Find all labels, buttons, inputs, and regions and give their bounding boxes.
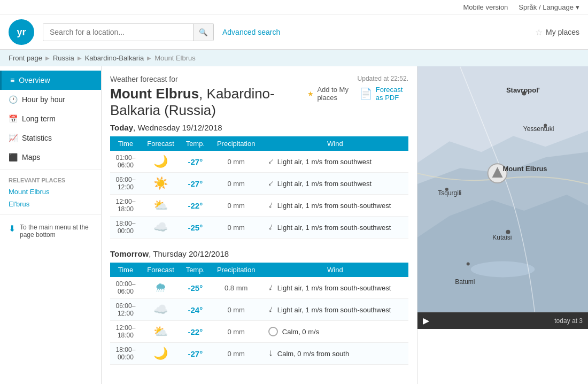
col-time-t: Time [110,263,141,277]
play-icon[interactable]: ▶ [423,316,429,326]
advanced-search-link[interactable]: Advanced search [222,28,280,36]
sidebar-divider [0,169,101,170]
cell-precip: 0 mm [211,299,262,321]
header: yr 🔍 Advanced search ☆ My places [0,15,588,50]
wind-text: Light air, 1 m/s from southwest [277,158,372,166]
search-box: 🔍 [43,23,214,41]
cell-wind: ↑ Light air, 1 m/s from south-southwest [262,195,408,217]
tomorrow-header: Tomorrow, Thursday 20/12/2018 [110,249,408,258]
overview-icon: ≡ [10,76,14,84]
breadcrumb-kabardino[interactable]: Kabardino-Balkaria [85,54,144,62]
updated-time: Updated at 22:52. [307,75,408,82]
col-temp: Temp. [180,136,211,151]
breadcrumb: Front page ▶ Russia ▶ Kabardino-Balkaria… [0,50,588,66]
cell-temp: -22° [180,195,211,217]
map-footer: ▶ today at 3 [417,312,588,329]
cell-wind: Calm, 0 m/s [262,321,408,343]
map-label-stavropol: Stavropol' [506,86,540,94]
breadcrumb-frontpage[interactable]: Front page [9,54,42,62]
cell-temp: -25° [180,217,211,239]
breadcrumb-russia[interactable]: Russia [53,54,74,62]
col-forecast-t: Forecast [141,263,180,277]
breadcrumb-current: Mount Elbrus [154,54,196,62]
col-wind-t: Wind [262,263,408,277]
location-name: Mount Elbrus [110,86,199,102]
calendar-icon: 📅 [9,114,18,123]
cell-forecast: ⛅ [141,195,180,217]
my-places-button[interactable]: ☆ My places [535,27,579,37]
map-panel: Stavropol' Yessentuki Mount Elbrus Tsqur… [417,66,588,384]
col-temp-t: Temp. [180,263,211,277]
cell-time: 01:00–06:00 [110,151,141,173]
cell-time: 06:00–12:00 [110,173,141,195]
cell-precip: 0 mm [211,217,262,239]
cell-time: 12:00–18:00 [110,321,141,343]
cell-temp: -27° [180,343,211,365]
sidebar-section-title: RELEVANT PLACES [0,172,101,186]
sidebar-item-overview[interactable]: ≡ Overview [0,71,101,90]
sidebar-place-mount-elbrus[interactable]: Mount Elbrus [0,186,101,198]
map-container[interactable]: Stavropol' Yessentuki Mount Elbrus Tsqur… [417,66,588,312]
table-row: 06:00–12:00 ☀️ -27° 0 mm ↑ Light air, 1 … [110,173,408,195]
cell-precip: 0 mm [211,173,262,195]
breadcrumb-sep-2: ▶ [78,55,82,61]
wind-text: Light air, 1 m/s from south-southwest [277,284,391,292]
page-subtitle: Weather forecast for [110,75,307,83]
cell-wind: ↑ Calm, 0 m/s from south [262,343,408,365]
cell-forecast: 🌙 [141,151,180,173]
wind-text: Light air, 1 m/s from south-southwest [277,306,391,314]
forecast-pdf-button[interactable]: 📄 Forecast as PDF [359,86,408,102]
sidebar-item-maps[interactable]: ⬛ Maps [0,148,101,167]
logo: yr [9,19,34,45]
clock-icon: 🕐 [9,95,18,104]
cell-temp: -22° [180,321,211,343]
content-area: Weather forecast for Mount Elbrus, Kabar… [102,66,417,384]
cell-temp: -24° [180,299,211,321]
cell-precip: 0 mm [211,343,262,365]
sidebar: ≡ Overview 🕐 Hour by hour 📅 Long term 📈 … [0,66,102,384]
table-row: 12:00–18:00 ⛅ -22° 0 mm Calm, 0 m/s [110,321,408,343]
main-layout: ≡ Overview 🕐 Hour by hour 📅 Long term 📈 … [0,66,588,384]
map-label-yessentuki: Yessentuki [523,125,554,133]
cell-precip: 0 mm [211,195,262,217]
cell-wind: ↑ Light air, 1 m/s from south-southwest [262,217,408,239]
tomorrow-table: Time Forecast Temp. Precipitation Wind 0… [110,263,408,365]
svg-point-4 [471,262,535,278]
pdf-icon: 📄 [359,87,373,100]
cell-forecast: 🌙 [141,343,180,365]
cell-wind: ↑ Light air, 1 m/s from south-southwest [262,277,408,299]
sidebar-item-statistics[interactable]: 📈 Statistics [0,128,101,148]
add-to-places-button[interactable]: ★ Add to My places [307,86,352,102]
search-input[interactable] [43,24,193,41]
search-button[interactable]: 🔍 [193,24,213,41]
sidebar-item-long-term[interactable]: 📅 Long term [0,109,101,128]
sidebar-item-hour-by-hour[interactable]: 🕐 Hour by hour [0,90,101,109]
cell-temp: -27° [180,173,211,195]
cell-forecast: ☁️ [141,217,180,239]
col-wind: Wind [262,136,408,151]
col-time: Time [110,136,141,151]
wind-text: Light air, 1 m/s from southwest [277,180,372,188]
cell-precip: 0 mm [211,321,262,343]
cell-time: 18:00–00:00 [110,343,141,365]
map-label-tsqurgili: Tsqurgili [438,189,461,197]
cell-temp: -27° [180,151,211,173]
cell-forecast: ⛅ [141,321,180,343]
mobile-version-link[interactable]: Mobile version [463,3,508,11]
wind-text: Calm, 0 m/s from south [277,350,349,358]
language-selector[interactable]: Språk / Language ▾ [519,3,579,11]
table-row: 01:00–06:00 🌙 -27° 0 mm ↑ Light air, 1 m… [110,151,408,173]
today-table: Time Forecast Temp. Precipitation Wind 0… [110,136,408,239]
star-filled-icon: ★ [307,90,314,98]
table-row: 06:00–12:00 ☁️ -24° 0 mm ↑ Light air, 1 … [110,299,408,321]
cell-time: 00:00–06:00 [110,277,141,299]
cell-wind: ↑ Light air, 1 m/s from south-southwest [262,299,408,321]
wind-text: Light air, 1 m/s from south-southwest [277,202,391,210]
chevron-down-icon: ▾ [576,3,579,11]
today-header: Today, Wednesday 19/12/2018 [110,123,408,132]
table-row: 18:00–00:00 ☁️ -25° 0 mm ↑ Light air, 1 … [110,217,408,239]
svg-point-11 [467,263,470,266]
sidebar-place-elbrus[interactable]: El'brus [0,198,101,210]
arrow-down-icon: ⬇ [9,224,16,234]
today-section: Today, Wednesday 19/12/2018 Time Forecas… [110,123,408,239]
